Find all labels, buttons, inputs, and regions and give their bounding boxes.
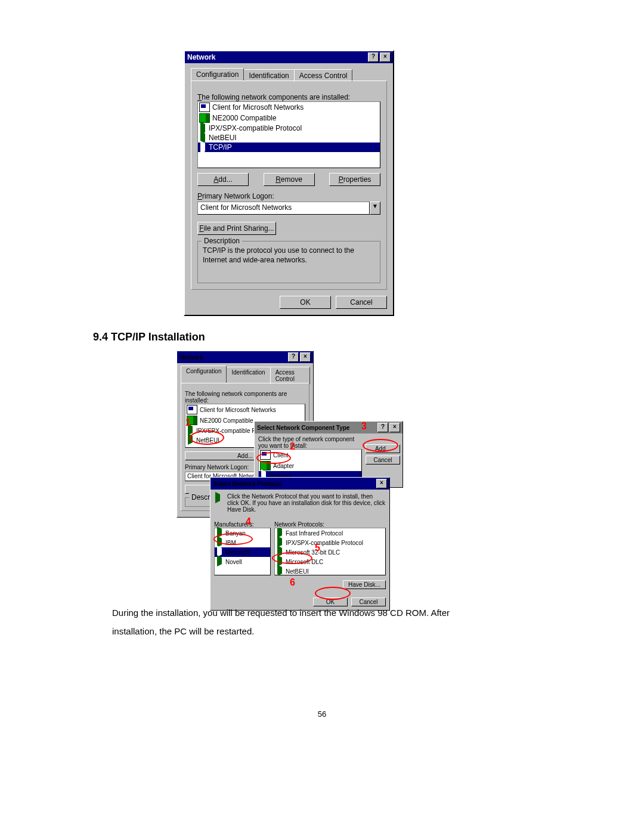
close-icon[interactable]: × [300,352,311,362]
annotation-2: 2 [290,441,295,452]
protocol-icon [214,494,224,503]
components-listbox[interactable]: Client for Microsoft Networks NE2000 Com… [197,101,380,168]
list-item-label: Client for Microsoft Networks [200,407,276,413]
chevron-down-icon[interactable]: ▼ [370,202,380,215]
cancel-button[interactable]: Cancel [366,456,400,465]
tab-strip: Configuration Identification Access Cont… [191,68,387,80]
annotation-4: 4 [246,516,251,527]
tab-access-control[interactable]: Access Control [270,367,310,384]
annotation-3: 3 [361,421,367,432]
list-item[interactable]: NE2000 Compatible [198,113,380,123]
list-item[interactable]: NetBEUI [275,566,385,575]
file-print-sharing-button[interactable]: File and Print Sharing... [197,222,276,235]
installation-screenshot: Network ? × Configuration Identification… [177,351,498,601]
page-number: 56 [0,710,644,719]
list-item[interactable]: Fast Infrared Protocol [275,528,385,538]
titlebar-text: Select Network Component Type [257,425,376,431]
protocol-icon [216,558,225,566]
tab-configuration[interactable]: Configuration [191,68,244,80]
protocols-listbox[interactable]: Fast Infrared Protocol IPX/SPX-compatibl… [274,528,386,575]
list-item-label: NetBEUI [209,134,237,142]
list-item-label: NetBEUI [286,568,309,575]
list-item-label: NE2000 Compatible [212,114,276,122]
tab-panel: The following network components are ins… [191,80,387,290]
cancel-button[interactable]: Cancel [336,296,387,309]
tab-configuration[interactable]: Configuration [181,366,227,383]
installed-components-label: The following network components are ins… [197,93,380,101]
description-legend: Description [202,237,242,245]
annotation-1: 1 [185,417,191,428]
titlebar[interactable]: Network ? × [177,351,313,363]
installed-components-label: The following network components are ins… [185,391,305,404]
help-icon[interactable]: ? [368,52,379,62]
help-icon[interactable]: ? [288,352,299,362]
help-icon[interactable]: ? [377,423,388,432]
body-text-line2: installation, the PC will be restarted. [112,626,254,636]
close-icon[interactable]: × [389,423,400,432]
list-item-label: Fast Infrared Protocol [286,530,343,537]
annotation-circle-6 [315,587,351,600]
network-dialog-1: Network ? × Configuration Identification… [184,50,394,316]
combo-value: Client for Microsoft Networks [197,202,370,215]
protocol-prompt: Click the Network Protocol that you want… [227,493,386,513]
component-type-prompt: Click the type of network component you … [258,436,362,449]
description-text: TCP/IP is the protocol you use to connec… [203,246,375,265]
list-item-label: Client for Microsoft Networks [212,103,304,112]
list-item-selected[interactable]: TCP/IP [198,143,380,152]
annotation-6: 6 [290,577,295,588]
list-item[interactable]: Novell [215,557,270,566]
titlebar-text: Network [179,354,287,361]
list-item-label: NE2000 Compatible [200,417,253,424]
close-icon[interactable]: × [376,479,387,488]
ok-button[interactable]: OK [280,296,331,309]
cancel-button[interactable]: Cancel [351,597,386,606]
manufacturers-label: Manufacturers: [214,521,271,528]
list-item-label: IPX/SPX-compatible Protocol [209,124,302,132]
primary-logon-label: Primary Network Logon: [197,192,380,200]
list-item[interactable]: Client for Microsoft Networks [185,404,305,415]
annotation-circle-3 [363,439,398,452]
list-item-label: Novell [225,559,242,565]
titlebar-inactive[interactable]: Select Network Component Type ? × [255,422,402,433]
have-disk-button[interactable]: Have Disk... [343,580,386,589]
list-item-label: Microsoft [225,549,250,556]
remove-button[interactable]: Remove [264,173,315,186]
close-icon[interactable]: × [380,52,391,62]
titlebar[interactable]: Select Network Protocol × [210,478,389,490]
annotation-circle-2 [256,452,291,464]
section-heading: 9.4 TCP/IP Installation [93,331,205,343]
primary-logon-combo[interactable]: Client for Microsoft Networks ▼ [197,202,380,215]
tab-strip: Configuration Identification Access Cont… [181,366,309,383]
add-button[interactable]: Add... [197,173,249,186]
tab-identification[interactable]: Identification [243,69,294,82]
tab-access-control[interactable]: Access Control [294,69,353,82]
list-item[interactable]: Client for Microsoft Networks [198,102,380,113]
list-item-selected[interactable]: Microsoft [215,547,270,557]
tab-identification[interactable]: Identification [226,367,270,384]
list-item[interactable]: IPX/SPX-compatible Protocol [275,538,385,547]
client-icon [187,405,197,414]
protocol-icon [199,143,209,151]
list-item[interactable]: IPX/SPX-compatible Protocol [198,123,380,133]
annotation-circle-1 [190,431,224,445]
list-item-label: TCP/IP [209,143,232,151]
annotation-circle-5 [272,552,312,564]
titlebar-text: Network [187,53,367,61]
protocols-label: Network Protocols: [274,521,386,528]
description-fieldset: Description TCP/IP is the protocol you u… [197,241,380,283]
body-text-line1: During the installation, you will be req… [112,608,450,618]
list-item-label: IPX/SPX-compatible Protocol [286,540,363,546]
properties-button[interactable]: Properties [329,173,380,186]
client-icon [199,103,210,112]
annotation-circle-4 [213,533,253,545]
titlebar[interactable]: Network ? × [185,51,393,63]
titlebar-text: Select Network Protocol [213,481,375,487]
list-item[interactable]: NetBEUI [198,133,380,143]
annotation-5: 5 [315,543,320,553]
